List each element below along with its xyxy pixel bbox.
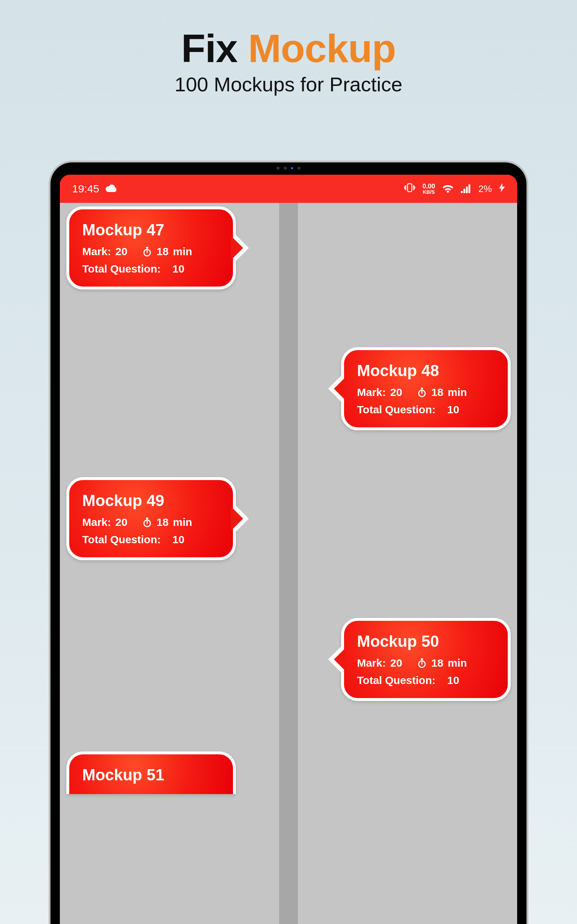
stopwatch-icon (142, 247, 152, 257)
mockup-title: Mockup 51 (82, 766, 221, 784)
mockup-bubble[interactable]: Mockup 47Mark: 20 18 minTotal Question: … (66, 207, 236, 289)
total-label: Total Question: (82, 263, 161, 275)
total-label: Total Question: (357, 674, 436, 687)
mockup-title: Mockup 48 (357, 362, 496, 380)
mockup-total-line: Total Question: 10 (82, 263, 221, 275)
network-speed: 0.00 KB/S (422, 183, 435, 195)
tablet-camera (277, 167, 300, 170)
svg-rect-18 (421, 658, 423, 660)
wifi-icon (442, 184, 454, 193)
promo-header: Fix Mockup 100 Mockups for Practice (0, 0, 577, 96)
stopwatch-icon (417, 658, 427, 668)
stopwatch-icon (417, 387, 427, 397)
duration-value: 18 (431, 386, 443, 399)
tablet-frame: 19:45 0.00 KB/S 2% (50, 162, 527, 924)
svg-rect-3 (466, 187, 468, 193)
mark-label: Mark: (357, 657, 386, 669)
total-value: 10 (172, 533, 184, 546)
duration-value: 18 (156, 516, 168, 528)
duration-value: 18 (156, 246, 168, 258)
charging-icon (499, 183, 505, 195)
cloud-icon (106, 183, 117, 195)
svg-rect-6 (146, 247, 148, 248)
duration-value: 18 (431, 657, 443, 669)
svg-rect-2 (463, 189, 465, 193)
mark-label: Mark: (82, 246, 111, 258)
vibrate-icon (404, 183, 415, 195)
mark-value: 20 (115, 246, 127, 258)
mockup-title: Mockup 47 (82, 221, 221, 239)
mockup-total-line: Total Question: 10 (357, 674, 496, 687)
promo-title-mockup: Mockup (248, 26, 396, 70)
mockup-card[interactable]: Mockup 49Mark: 20 18 minTotal Question: … (66, 477, 236, 560)
mockup-card[interactable]: Mockup 47Mark: 20 18 minTotal Question: … (66, 207, 236, 289)
bubble-tail-inner (231, 236, 243, 260)
svg-rect-1 (461, 191, 463, 193)
promo-title: Fix Mockup (0, 25, 577, 71)
battery-percent: 2% (478, 183, 492, 195)
duration-unit: min (448, 657, 467, 669)
bubble-tail-inner (334, 376, 346, 401)
bubble-tail-inner (334, 647, 346, 672)
duration-unit: min (173, 516, 192, 528)
mockup-title: Mockup 50 (357, 632, 496, 650)
mockup-title: Mockup 49 (82, 492, 221, 510)
mockup-meta-line: Mark: 20 18 min (82, 516, 221, 528)
mark-value: 20 (390, 657, 402, 669)
mockup-meta-line: Mark: 20 18 min (82, 246, 221, 258)
total-value: 10 (447, 404, 459, 416)
stopwatch-icon (142, 517, 152, 527)
mark-value: 20 (390, 386, 402, 399)
total-value: 10 (447, 674, 459, 687)
duration-unit: min (173, 246, 192, 258)
mockup-meta-line: Mark: 20 18 min (357, 386, 496, 399)
signal-icon (461, 184, 471, 193)
svg-rect-4 (469, 184, 470, 193)
svg-rect-10 (421, 388, 423, 389)
promo-title-fix: Fix (181, 26, 237, 70)
duration-unit: min (448, 386, 467, 399)
mockup-bubble[interactable]: Mockup 51 (66, 751, 236, 794)
mockup-card[interactable]: Mockup 51 (66, 751, 236, 794)
mockup-total-line: Total Question: 10 (357, 404, 496, 416)
svg-rect-14 (146, 518, 148, 519)
mockup-card[interactable]: Mockup 50Mark: 20 18 minTotal Question: … (341, 618, 511, 701)
mockup-card[interactable]: Mockup 48Mark: 20 18 minTotal Question: … (341, 347, 511, 430)
status-time: 19:45 (72, 183, 99, 195)
total-label: Total Question: (82, 533, 161, 546)
mark-label: Mark: (357, 386, 386, 399)
mockup-bubble[interactable]: Mockup 49Mark: 20 18 minTotal Question: … (66, 477, 236, 560)
mockup-bubble[interactable]: Mockup 48Mark: 20 18 minTotal Question: … (341, 347, 511, 430)
total-value: 10 (172, 263, 184, 275)
mockup-bubble[interactable]: Mockup 50Mark: 20 18 minTotal Question: … (341, 618, 511, 701)
tablet-screen: 19:45 0.00 KB/S 2% (60, 175, 517, 924)
mockup-total-line: Total Question: 10 (82, 533, 221, 546)
svg-rect-0 (408, 184, 412, 192)
mockup-meta-line: Mark: 20 18 min (357, 657, 496, 669)
total-label: Total Question: (357, 404, 436, 416)
bubble-tail-inner (231, 506, 243, 531)
status-bar: 19:45 0.00 KB/S 2% (60, 175, 517, 203)
promo-subtitle: 100 Mockups for Practice (0, 73, 577, 96)
mark-value: 20 (115, 516, 127, 528)
cards-layer[interactable]: Mockup 47Mark: 20 18 minTotal Question: … (60, 203, 517, 924)
mark-label: Mark: (82, 516, 111, 528)
